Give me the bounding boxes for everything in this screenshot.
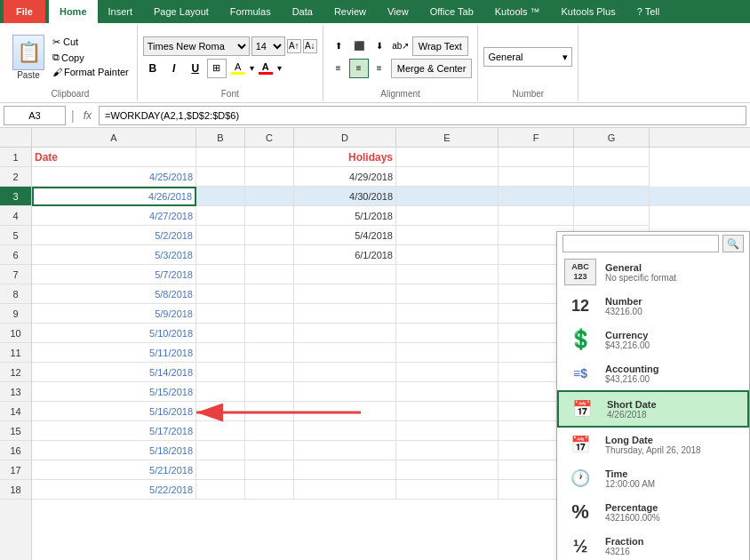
cell-b15[interactable] [196,421,245,441]
cell-e1[interactable] [396,148,499,167]
row-num-9[interactable]: 9 [0,304,31,324]
format-search-button[interactable]: 🔍 [722,235,744,252]
cell-reference-box[interactable] [4,106,66,125]
cell-f1[interactable] [499,148,574,167]
cell-g3[interactable] [574,187,650,206]
cell-a3[interactable]: 4/26/2018 [32,187,196,206]
format-item-general[interactable]: ABC123 General No specific format [557,255,749,289]
borders-button[interactable]: ⊞ [207,59,227,78]
copy-button[interactable]: ⧉ Copy [50,51,132,64]
cell-b9[interactable] [196,304,245,324]
format-item-fraction[interactable]: ½ Fraction 43216 [557,529,749,560]
cell-c8[interactable] [245,284,294,304]
cell-c4[interactable] [245,206,294,226]
cell-a9[interactable]: 5/9/2018 [32,304,196,324]
cell-a12[interactable]: 5/14/2018 [32,363,196,382]
cell-d12[interactable] [294,363,396,382]
cell-c17[interactable] [245,460,294,480]
cell-e12[interactable] [396,363,499,382]
cell-d1[interactable]: Holidays [294,148,396,167]
cell-d2[interactable]: 4/29/2018 [294,167,396,187]
cell-b10[interactable] [196,324,245,343]
row-num-3[interactable]: 3 [0,187,31,206]
col-header-g[interactable]: G [574,128,650,148]
row-num-11[interactable]: 11 [0,343,31,363]
row-num-13[interactable]: 13 [0,382,31,402]
tab-kutools[interactable]: Kutools ™ [484,0,551,23]
cell-b2[interactable] [196,167,245,187]
cell-b17[interactable] [196,460,245,480]
format-item-currency[interactable]: 💲 Currency $43,216.00 [557,323,749,356]
tab-review[interactable]: Review [323,0,377,23]
cell-g4[interactable] [574,206,650,226]
row-num-6[interactable]: 6 [0,245,31,265]
cell-c14[interactable] [245,402,294,421]
cell-a10[interactable]: 5/10/2018 [32,324,196,343]
orient-button[interactable]: ab↗ [391,36,411,56]
format-item-accounting[interactable]: ≡$ Accounting $43,216.00 [557,356,749,390]
cell-a8[interactable]: 5/8/2018 [32,284,196,304]
cell-a14[interactable]: 5/16/2018 [32,402,196,421]
cell-e6[interactable] [396,245,499,265]
cell-b8[interactable] [196,284,245,304]
cell-e8[interactable] [396,284,499,304]
row-num-12[interactable]: 12 [0,363,31,382]
cell-e7[interactable] [396,265,499,284]
cut-button[interactable]: ✂ Cut [50,36,132,49]
cell-a1[interactable]: Date [32,148,196,167]
align-center-button[interactable]: ≡ [349,59,369,78]
align-middle-button[interactable]: ⬛ [349,36,369,56]
cell-d18[interactable] [294,480,396,500]
cell-d15[interactable] [294,421,396,441]
cell-c9[interactable] [245,304,294,324]
tab-tell[interactable]: ? Tell [626,0,670,23]
cell-c3[interactable] [245,187,294,206]
cell-b7[interactable] [196,265,245,284]
cell-d17[interactable] [294,460,396,480]
font-color-button[interactable]: A [256,59,275,78]
cell-e11[interactable] [396,343,499,363]
format-painter-button[interactable]: 🖌 Format Painter [50,66,132,78]
cell-a6[interactable]: 5/3/2018 [32,245,196,265]
cell-e16[interactable] [396,441,499,460]
underline-button[interactable]: U [186,59,205,78]
col-header-e[interactable]: E [396,128,499,148]
font-name-select[interactable]: Times New Roma [143,36,250,56]
cell-c12[interactable] [245,363,294,382]
tab-view[interactable]: View [377,0,419,23]
format-item-percentage[interactable]: % Percentage 4321600.00% [557,495,749,529]
cell-c1[interactable] [245,148,294,167]
row-num-14[interactable]: 14 [0,402,31,421]
cell-b13[interactable] [196,382,245,402]
format-item-time[interactable]: 🕐 Time 12:00:00 AM [557,461,749,495]
cell-e9[interactable] [396,304,499,324]
col-header-d[interactable]: D [294,128,396,148]
cell-c16[interactable] [245,441,294,460]
cell-d13[interactable] [294,382,396,402]
row-num-1[interactable]: 1 [0,148,31,167]
row-num-8[interactable]: 8 [0,284,31,304]
format-item-number[interactable]: 12 Number 43216.00 [557,289,749,323]
cell-c6[interactable] [245,245,294,265]
cell-e17[interactable] [396,460,499,480]
row-num-7[interactable]: 7 [0,265,31,284]
cell-e5[interactable] [396,226,499,245]
col-header-f[interactable]: F [499,128,574,148]
cell-b6[interactable] [196,245,245,265]
tab-file[interactable]: File [4,0,45,23]
cell-d8[interactable] [294,284,396,304]
row-num-10[interactable]: 10 [0,324,31,343]
cell-b18[interactable] [196,480,245,500]
cell-b14[interactable] [196,402,245,421]
row-num-5[interactable]: 5 [0,226,31,245]
cell-g2[interactable] [574,167,650,187]
font-size-decrease[interactable]: A↓ [303,39,317,53]
cell-b12[interactable] [196,363,245,382]
cell-a15[interactable]: 5/17/2018 [32,421,196,441]
tab-office-tab[interactable]: Office Tab [419,0,484,23]
cell-d6[interactable]: 6/1/2018 [294,245,396,265]
cell-a18[interactable]: 5/22/2018 [32,480,196,500]
cell-b3[interactable] [196,187,245,206]
cell-a17[interactable]: 5/21/2018 [32,460,196,480]
cell-e3[interactable] [396,187,499,206]
